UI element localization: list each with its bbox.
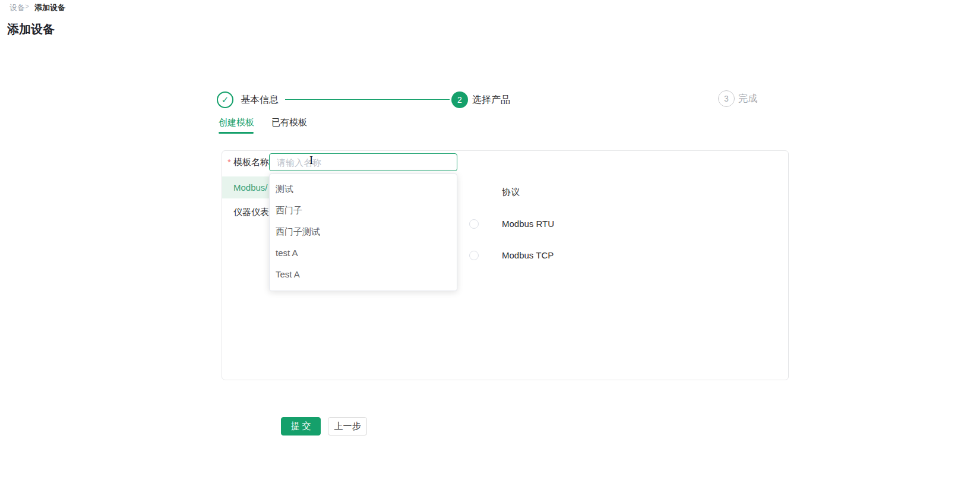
tab-create-template[interactable]: 创建模板 xyxy=(219,118,254,127)
step-1-label: 基本信息 xyxy=(241,91,279,108)
category-row-modbus-label: Modbus/ xyxy=(233,182,268,192)
submit-button[interactable]: 提 交 xyxy=(281,417,321,435)
template-name-label: 模板名称: xyxy=(233,153,271,171)
category-row-instrument-label: 仪器仪表 xyxy=(233,207,269,217)
radio-modbus-tcp-label[interactable]: Modbus TCP xyxy=(502,251,554,260)
step-1-done-circle: ✓ xyxy=(217,91,233,108)
breadcrumb-device-link[interactable]: 设备 xyxy=(10,2,25,13)
template-name-input[interactable] xyxy=(269,153,457,171)
step-2-number: 2 xyxy=(457,95,462,105)
protocol-column-header: 协议 xyxy=(502,187,520,198)
dropdown-option[interactable]: 测试 xyxy=(270,178,457,200)
dropdown-option[interactable]: 西门子测试 xyxy=(270,221,457,242)
dropdown-option[interactable]: Test A xyxy=(270,264,457,285)
text-cursor-icon: I xyxy=(308,154,315,167)
step-connector-line xyxy=(285,99,450,100)
step-3-wait-circle: 3 xyxy=(718,90,735,107)
breadcrumb-current: 添加设备 xyxy=(34,2,65,13)
active-tab-underline xyxy=(219,132,254,134)
step-2-active-circle: 2 xyxy=(451,91,468,108)
template-name-dropdown: 测试 西门子 西门子测试 test A Test A xyxy=(269,173,457,291)
add-device-page: 设备 > 添加设备 添加设备 ✓ 基本信息 2 选择产品 3 完成 创建模板 已… xyxy=(0,0,980,486)
page-title: 添加设备 xyxy=(7,21,55,37)
step-3-label: 完成 xyxy=(738,90,757,107)
previous-step-button[interactable]: 上一步 xyxy=(328,417,367,435)
required-asterisk: * xyxy=(227,153,231,171)
dropdown-option[interactable]: test A xyxy=(270,242,457,264)
step-3-number: 3 xyxy=(724,94,729,103)
radio-modbus-tcp[interactable] xyxy=(469,251,479,260)
step-2-label: 选择产品 xyxy=(472,91,510,108)
breadcrumb-separator-icon: > xyxy=(25,2,29,11)
radio-modbus-rtu[interactable] xyxy=(469,219,479,229)
tab-existing-template[interactable]: 已有模板 xyxy=(271,118,307,127)
dropdown-option[interactable]: 西门子 xyxy=(270,200,457,221)
check-icon: ✓ xyxy=(222,94,229,105)
radio-modbus-rtu-label[interactable]: Modbus RTU xyxy=(502,219,554,229)
